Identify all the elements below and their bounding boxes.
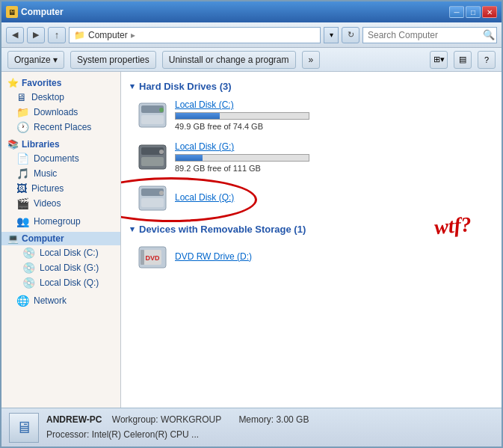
documents-label: Documents [34,153,79,164]
homegroup-icon: 👥 [16,215,29,227]
progress-bar-bg-c [175,112,309,120]
desktop-label: Desktop [31,92,64,102]
desktop-icon: 🖥 [16,91,27,103]
progress-bar-fill-c [176,113,220,119]
libraries-icon: 📚 [7,139,19,150]
hdd-svg-g [138,144,167,171]
system-properties-button[interactable]: System properties [70,51,156,69]
disk-info-q: Local Disk (Q:) [175,192,493,205]
sidebar-item-local-g[interactable]: 💿 Local Disk (G:) [1,260,120,275]
sidebar-homegroup-section: 👥 Homegroup [1,214,120,229]
layout-button[interactable]: ▤ [454,51,472,69]
view-toggle-button[interactable]: ⊞▾ [430,51,448,69]
disk-name-g[interactable]: Local Disk (G:) [175,141,493,152]
status-info: ANDREW-PC Workgroup: WORKGROUP Memory: 3… [46,413,309,441]
sidebar-item-videos[interactable]: 🎬 Videos [1,196,120,211]
organize-button[interactable]: Organize ▾ [7,51,64,69]
videos-icon: 🎬 [16,197,29,209]
sidebar-favorites-header[interactable]: ⭐ Favorites [1,76,120,90]
svg-text:DVD: DVD [145,254,160,262]
documents-icon: 📄 [16,153,29,165]
refresh-button[interactable]: ↻ [342,27,359,43]
disk-info-dvd: DVD RW Drive (D:) [175,251,493,264]
forward-button[interactable]: ▶ [27,27,45,43]
local-q-icon: 💿 [22,277,35,289]
svg-point-7 [159,150,164,154]
address-bar: ◀ ▶ ↑ 📁 Computer ▸ ▾ ↻ 🔍 [1,22,502,48]
main-window: 🖥 Computer ─ □ ✕ ◀ ▶ ↑ 📁 Computer ▸ ▾ ↻ … [0,0,503,448]
hard-disk-arrow: ▾ [130,82,135,91]
sidebar-item-network[interactable]: 🌐 Network [1,293,120,308]
back-button[interactable]: ◀ [6,27,24,43]
status-line1: ANDREW-PC Workgroup: WORKGROUP Memory: 3… [46,413,309,427]
content-area: ▾ Hard Disk Drives (3) Local Disk (C:) [121,72,502,408]
uninstall-button[interactable]: Uninstall or change a program [162,51,296,69]
more-button[interactable]: » [302,51,321,69]
svg-rect-15 [141,250,144,265]
close-button[interactable]: ✕ [482,6,497,18]
status-pc-icon: 🖥 [9,413,39,443]
network-label: Network [34,295,67,306]
address-dropdown[interactable]: ▾ [324,27,339,43]
address-path-arrow: ▸ [131,30,135,40]
sidebar-favorites-section: ⭐ Favorites 🖥 Desktop 📁 Downloads 🕐 Rece… [1,76,120,135]
dvd-svg: DVD [138,242,167,272]
search-input[interactable] [368,30,480,40]
disk-name-q[interactable]: Local Disk (Q:) [175,192,493,203]
sidebar-network-section: 🌐 Network [1,293,120,308]
sidebar-item-local-c[interactable]: 💿 Local Disk (C:) [1,245,120,260]
address-field[interactable]: 📁 Computer ▸ [69,27,321,43]
pc-name: ANDREW-PC [46,414,102,425]
toolbar: Organize ▾ System properties Uninstall o… [1,48,502,72]
title-bar-left: 🖥 Computer [6,6,64,18]
disk-item-dvd: DVD DVD RW Drive (D:) [130,242,493,272]
svg-point-3 [159,108,164,112]
local-g-label: Local Disk (G:) [40,263,99,273]
pictures-icon: 🖼 [16,182,27,194]
sidebar-item-pictures[interactable]: 🖼 Pictures [1,181,120,196]
downloads-label: Downloads [34,107,78,117]
sidebar-item-local-q[interactable]: 💿 Local Disk (Q:) [1,275,120,290]
hdd-svg-c [138,102,167,129]
disk-item-c: Local Disk (C:) 49.9 GB free of 74.4 GB [130,99,493,131]
sidebar-computer-header[interactable]: 💻 Computer [1,232,120,245]
computer-icon: 💻 [7,233,19,244]
disk-name-c[interactable]: Local Disk (C:) [175,99,493,110]
help-button[interactable]: ? [478,51,496,69]
sidebar-item-music[interactable]: 🎵 Music [1,166,120,181]
workgroup: Workgroup: WORKGROUP [112,414,221,425]
svg-rect-2 [141,115,164,124]
svg-rect-6 [141,157,164,166]
local-q-label: Local Disk (Q:) [40,277,99,288]
up-button[interactable]: ↑ [48,27,66,43]
disk-icon-dvd: DVD [138,242,167,272]
sidebar-item-recent[interactable]: 🕐 Recent Places [1,120,120,135]
sidebar-item-homegroup[interactable]: 👥 Homegroup [1,214,120,229]
maximize-button[interactable]: □ [466,6,481,18]
status-bar: 🖥 ANDREW-PC Workgroup: WORKGROUP Memory:… [1,408,502,447]
memory: Memory: 3.00 GB [238,414,309,425]
removable-header: ▾ Devices with Removable Storage (1) [130,224,493,235]
processor: Processor: Intel(R) Celeron(R) CPU ... [46,429,199,440]
disk-space-c: 49.9 GB free of 74.4 GB [175,122,493,131]
disk-item-g: Local Disk (G:) 89.2 GB free of 111 GB [130,141,493,173]
disk-icon-g [138,142,167,172]
sidebar-computer-section: 💻 Computer 💿 Local Disk (C:) 💿 Local Dis… [1,232,120,290]
sidebar-item-documents[interactable]: 📄 Documents [1,151,120,166]
disk-item-q: Local Disk (Q:) [130,183,493,213]
sidebar-item-downloads[interactable]: 📁 Downloads [1,105,120,120]
progress-bar-fill-g [176,155,203,161]
disk-info-g: Local Disk (G:) 89.2 GB free of 111 GB [175,141,493,173]
sidebar-item-desktop[interactable]: 🖥 Desktop [1,90,120,105]
search-icon[interactable]: 🔍 [483,29,495,40]
address-path: Computer [88,30,128,40]
disk-icon-c [138,100,167,130]
search-box: 🔍 [362,27,497,43]
disk-name-dvd[interactable]: DVD RW Drive (D:) [175,251,493,262]
status-line2: Processor: Intel(R) Celeron(R) CPU ... [46,428,309,442]
title-bar: 🖥 Computer ─ □ ✕ [1,1,502,22]
local-c-icon: 💿 [22,247,35,259]
minimize-button[interactable]: ─ [449,6,464,18]
main-area: ⭐ Favorites 🖥 Desktop 📁 Downloads 🕐 Rece… [1,72,502,408]
sidebar-libraries-header[interactable]: 📚 Libraries [1,138,120,151]
